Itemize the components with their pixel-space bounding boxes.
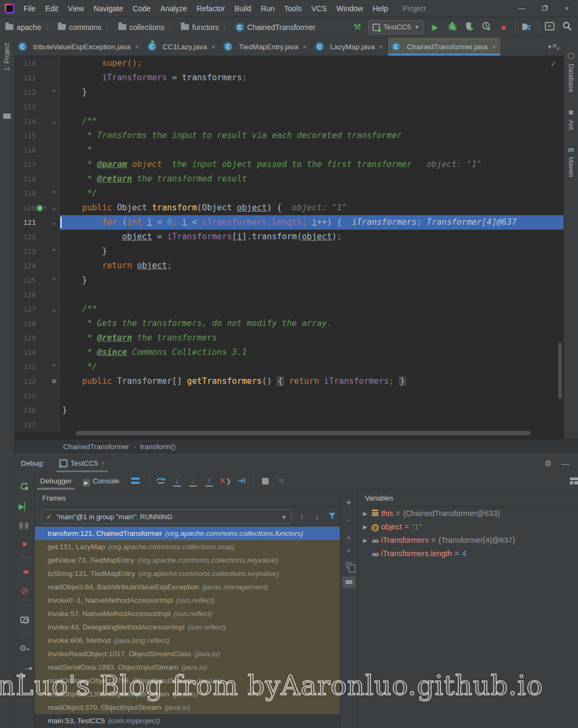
hide-icon[interactable]: — — [561, 459, 569, 468]
run-button[interactable]: ▶ — [429, 22, 441, 32]
editor-gutter[interactable]: 110 — [14, 56, 60, 71]
fold-marker[interactable]: ⊞ — [49, 374, 59, 389]
move-down-button[interactable]: ▼ — [343, 548, 355, 554]
editor-gutter[interactable]: 132⊞ — [14, 374, 60, 389]
debug-session-tab[interactable]: TestCC5 × — [56, 454, 109, 473]
fold-marker[interactable] — [49, 71, 59, 85]
fold-marker[interactable] — [49, 128, 59, 143]
editor-gutter[interactable]: 135 — [14, 389, 60, 403]
project-tool-window-button[interactable]: 1: Project — [3, 43, 11, 71]
debug-settings-gear-icon[interactable]: ⚙▾ — [19, 643, 31, 653]
run-configuration-select[interactable]: TestCC5 ▼ — [368, 20, 424, 34]
fold-marker[interactable]: ⌄ — [49, 302, 59, 316]
thread-selector[interactable]: ✓ "main"@1 in group "main": RUNNING ▼ — [41, 510, 292, 524]
menu-item-file[interactable]: File — [19, 4, 41, 13]
tool-window-button-database[interactable]: Database — [567, 64, 575, 93]
breadcrumb-folder[interactable]: collections — [118, 23, 164, 32]
resume-icon[interactable]: ▶▏ — [19, 502, 31, 511]
frame-row[interactable]: get:151, LazyMap(org.apache.commons.coll… — [35, 540, 340, 553]
editor-gutter[interactable]: 121⌄ — [14, 215, 60, 230]
frame-row[interactable]: readObject:370, ObjectInputStream(java.i… — [35, 701, 340, 714]
close-icon[interactable]: × — [302, 43, 307, 51]
breadcrumb-class[interactable]: CChainedTransformer — [235, 23, 316, 32]
fold-marker[interactable]: ⌃ — [49, 186, 59, 201]
close-button[interactable]: × — [556, 0, 578, 17]
frame-row[interactable]: invoke0:-1, NativeMethodAccessorImpl(sun… — [35, 594, 340, 607]
editor-gutter[interactable]: 115 — [14, 128, 60, 143]
editor-gutter[interactable]: 126 — [14, 287, 60, 302]
fold-marker[interactable]: ⌃ — [49, 273, 59, 287]
force-step-into-icon[interactable]: ↓ — [186, 475, 200, 486]
fold-marker[interactable]: ⌃ — [49, 244, 59, 259]
close-icon[interactable]: × — [379, 43, 383, 51]
search-icon[interactable] — [561, 21, 573, 33]
fold-marker[interactable] — [49, 418, 59, 432]
drop-frame-icon[interactable]: ✕❯ — [218, 475, 232, 487]
close-icon[interactable]: × — [101, 460, 105, 467]
evaluate-expression-icon[interactable]: ▦ — [258, 475, 272, 486]
tool-window-button-maven[interactable]: Maven — [567, 157, 575, 177]
minimize-button[interactable]: — — [511, 0, 533, 17]
code-editor[interactable]: 110 super();111 iTransformers = transfor… — [14, 56, 564, 439]
view-breakpoints-icon[interactable]: ●● — [19, 567, 31, 576]
editor-gutter[interactable]: 120O↑⌄ — [14, 201, 60, 215]
editor-gutter[interactable]: 136 — [14, 403, 60, 418]
horizontal-scrollbar[interactable] — [76, 431, 531, 435]
editor-gutter[interactable]: 112⌃ — [14, 85, 60, 100]
frame-up-icon[interactable]: ↑ — [297, 513, 307, 521]
editor-gutter[interactable]: 119⌃ — [14, 186, 60, 201]
menu-item-help[interactable]: Help — [368, 4, 393, 13]
filter-funnel-icon[interactable] — [327, 512, 337, 521]
layout-settings-icon[interactable] — [570, 477, 578, 484]
menu-item-analyze[interactable]: Analyze — [156, 4, 192, 13]
add-watch-button[interactable]: + — [343, 497, 355, 508]
frame-row[interactable]: invoke:606, Method(java.lang.reflect) — [35, 634, 340, 647]
variable-row[interactable]: ▶pobject="1" — [358, 520, 578, 534]
menu-item-edit[interactable]: Edit — [41, 4, 63, 13]
menu-item-view[interactable]: View — [63, 4, 89, 13]
editor-gutter[interactable]: 118 — [14, 172, 60, 186]
frame-row[interactable]: readObject:84, BadAttributeValueExpExcep… — [35, 580, 340, 594]
mute-breakpoints-icon[interactable]: ⊘ — [19, 586, 31, 597]
fold-marker[interactable] — [49, 100, 59, 114]
frame-down-icon[interactable]: ↓ — [312, 513, 322, 521]
editor-gutter[interactable]: 129 — [14, 331, 60, 345]
editor-tab[interactable]: CTiedMapEntry.java× — [220, 37, 311, 56]
fold-marker[interactable] — [49, 389, 59, 403]
menu-item-code[interactable]: Code — [128, 4, 155, 13]
close-icon[interactable]: × — [135, 43, 139, 51]
fold-marker[interactable] — [49, 331, 59, 345]
menu-item-vcs[interactable]: VCS — [307, 4, 332, 13]
thread-dump-camera-icon[interactable] — [19, 616, 31, 625]
run-to-cursor-icon[interactable]: ⇥I — [234, 475, 248, 486]
fold-marker[interactable] — [49, 259, 59, 273]
fold-marker[interactable] — [49, 345, 59, 360]
close-icon[interactable]: × — [492, 43, 496, 51]
override-method-icon[interactable]: O — [36, 205, 43, 211]
fold-marker[interactable]: ⌃ — [49, 360, 59, 374]
move-up-button[interactable]: ▲ — [343, 534, 355, 540]
editor-gutter[interactable]: 114⌄ — [14, 114, 60, 128]
variable-row[interactable]: ▶this={ChainedTransformer@633} — [358, 507, 578, 520]
tool-window-button-ant[interactable]: Ant — [567, 120, 575, 130]
menu-item-tools[interactable]: Tools — [279, 4, 307, 13]
fold-marker[interactable]: ⌄ — [49, 201, 59, 215]
fold-marker[interactable] — [49, 157, 59, 172]
breadcrumb-folder[interactable]: apache — [5, 23, 41, 32]
stop-button[interactable]: ■ — [498, 23, 509, 32]
editor-gutter[interactable]: 124 — [14, 259, 60, 273]
run-window-icon[interactable] — [544, 22, 556, 33]
editor-gutter[interactable]: 137 — [14, 418, 60, 432]
variable-row[interactable]: ooiTransformers.length=4 — [358, 547, 578, 560]
breadcrumb-method[interactable]: transform() — [140, 443, 176, 451]
restore-button[interactable] — [533, 0, 556, 17]
menu-item-run[interactable]: Run — [256, 4, 279, 13]
fold-marker[interactable] — [49, 316, 59, 331]
frame-row[interactable]: invokeReadObject:1017, ObjectStreamClass… — [35, 647, 340, 661]
fold-marker[interactable] — [49, 403, 59, 418]
editor-gutter[interactable]: 130 — [14, 345, 60, 360]
editor-gutter[interactable]: 111 — [14, 71, 60, 85]
fold-marker[interactable]: ⌄ — [49, 114, 59, 128]
editor-gutter[interactable]: 117 — [14, 157, 60, 172]
menu-item-refactor[interactable]: Refactor — [192, 4, 230, 13]
